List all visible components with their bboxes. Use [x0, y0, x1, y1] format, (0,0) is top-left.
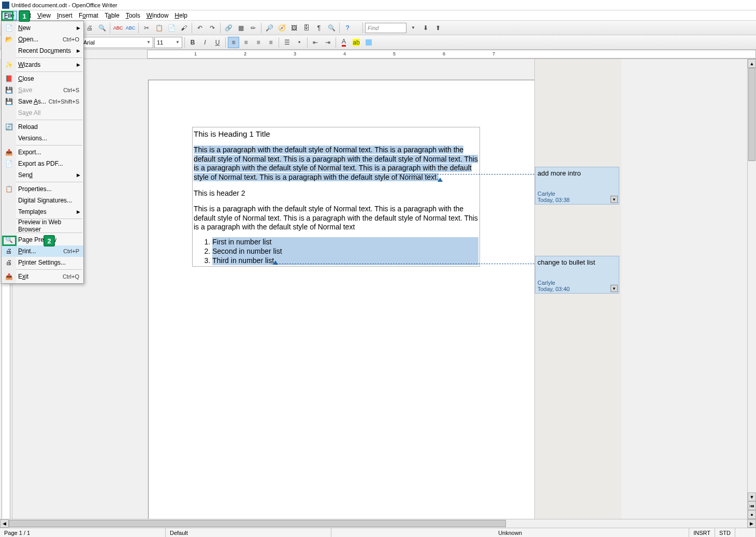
menu-item-printer-settings[interactable]: 🖨Printer Settings... [2, 257, 83, 268]
status-insert[interactable]: INSRT [689, 528, 715, 537]
align-center-button[interactable]: ≡ [240, 37, 252, 48]
comment-menu-button[interactable]: ▼ [610, 196, 618, 203]
bold-button[interactable]: B [187, 37, 198, 48]
format-paint-button[interactable]: 🖌 [178, 22, 190, 34]
status-selection[interactable]: STD [715, 528, 735, 537]
menu-insert[interactable]: Insert [54, 11, 76, 20]
menu-help[interactable]: Help [171, 11, 191, 20]
find-input[interactable]: Find [365, 23, 406, 33]
menu-item-print[interactable]: 🖨Print...Ctrl+P [2, 245, 83, 257]
menu-item-export-as-pdf[interactable]: 📄Export as PDF... [2, 158, 83, 169]
callout-1: 1 [19, 10, 30, 22]
menu-item-recent-documents[interactable]: Recent Documents▶ [2, 45, 83, 56]
table-button[interactable]: ▦ [235, 22, 246, 34]
copy-button[interactable]: 📋 [153, 22, 165, 34]
print-button[interactable]: 🖨 [84, 22, 95, 34]
heading-2[interactable]: This is header 2 [194, 189, 478, 197]
align-justify-button[interactable]: ≡ [265, 37, 277, 48]
italic-button[interactable]: I [199, 37, 211, 48]
comment-menu-button[interactable]: ▼ [610, 285, 618, 292]
navigator-button[interactable]: 🧭 [276, 22, 287, 34]
hyperlink-button[interactable]: 🔗 [223, 22, 234, 34]
paste-button[interactable]: 📄 [166, 22, 177, 34]
gallery-button[interactable]: 🖼 [288, 22, 300, 34]
scroll-up-button[interactable]: ▲ [748, 59, 756, 68]
preview-button[interactable]: 🔍 [96, 22, 108, 34]
menu-item-digital-signatures[interactable]: Digital Signatures... [2, 195, 83, 206]
zoom-button[interactable]: 🔍 [326, 22, 337, 34]
list-item[interactable]: First in number list [212, 237, 478, 246]
menu-item-preview-in-web-browser[interactable]: Preview in Web Browser [2, 220, 83, 231]
heading-1[interactable]: This is Heading 1 Title [194, 129, 478, 138]
menu-item-exit[interactable]: 📤ExitCtrl+Q [2, 271, 83, 282]
text-frame[interactable]: This is Heading 1 Title This is a paragr… [192, 127, 480, 267]
status-style[interactable]: Default [166, 528, 331, 537]
find-prev-button[interactable]: ⬆ [432, 22, 444, 34]
increase-indent-button[interactable]: ⇥ [322, 37, 333, 48]
background-color-button[interactable] [363, 37, 374, 48]
font-size-combo[interactable]: 11▼ [154, 37, 182, 48]
menu-item-send[interactable]: Send▶ [2, 169, 83, 181]
separator [307, 37, 308, 48]
paragraph[interactable]: This is a paragraph with the default sty… [194, 146, 478, 182]
status-misc[interactable] [735, 528, 756, 537]
redo-button[interactable]: ↷ [207, 22, 218, 34]
menu-item-versions[interactable]: Versions... [2, 133, 83, 144]
undo-button[interactable]: ↶ [194, 22, 206, 34]
prev-page-button[interactable]: ⏮ [748, 501, 756, 510]
menu-item-properties[interactable]: 📋Properties... [2, 183, 83, 195]
underline-button[interactable]: U [212, 37, 223, 48]
scrollbar-track[interactable] [748, 68, 756, 492]
find-dropdown[interactable]: ▼ [408, 22, 419, 34]
nav-button[interactable]: ● [748, 510, 756, 519]
font-name-combo[interactable]: Arial▼ [81, 37, 153, 48]
cut-button[interactable]: ✂ [141, 22, 152, 34]
list-item[interactable]: Second in number list [212, 246, 478, 256]
comment-box[interactable]: add more intro Carlyle Today, 03:38 ▼ [535, 167, 619, 205]
datasources-button[interactable]: 🗄 [301, 22, 312, 34]
show-draw-button[interactable]: ✏ [248, 22, 259, 34]
decrease-indent-button[interactable]: ⇤ [310, 37, 321, 48]
menu-item-export[interactable]: 📤Export... [2, 147, 83, 158]
numbered-list[interactable]: First in number list Second in number li… [212, 237, 478, 265]
scrollbar-thumb[interactable] [9, 520, 506, 527]
find-next-button[interactable]: ⬇ [420, 22, 431, 34]
comment-box[interactable]: change to bullet list Carlyle Today, 03:… [535, 256, 619, 294]
scroll-left-button[interactable]: ◀ [0, 519, 9, 528]
menu-format[interactable]: Format [76, 11, 101, 20]
menu-table[interactable]: Table [101, 11, 123, 20]
menu-item-wizards[interactable]: ✨Wizards▶ [2, 59, 83, 70]
scroll-down-button[interactable]: ▼ [748, 492, 756, 501]
align-left-button[interactable]: ≡ [228, 37, 239, 48]
nonprinting-button[interactable]: ¶ [313, 22, 325, 34]
scrollbar-track[interactable] [9, 519, 747, 528]
menu-tools[interactable]: Tools [123, 11, 143, 20]
menu-item-close[interactable]: 📕Close [2, 73, 83, 84]
scrollbar-thumb[interactable] [748, 68, 755, 161]
align-right-button[interactable]: ≡ [253, 37, 264, 48]
highlight-button[interactable]: ab [351, 37, 362, 48]
find-replace-button[interactable]: 🔎 [264, 22, 275, 34]
menu-window[interactable]: Window [143, 11, 172, 20]
menu-view[interactable]: View [34, 11, 54, 20]
menu-item-new[interactable]: 📄New▶ [2, 22, 83, 34]
document-canvas[interactable]: This is Heading 1 Title This is a paragr… [12, 59, 747, 528]
horizontal-ruler[interactable]: 1 2 3 4 5 6 7 [12, 50, 756, 59]
status-lang[interactable]: Unknown [331, 528, 689, 537]
bullets-button[interactable]: • [294, 37, 305, 48]
autospell-button[interactable]: ABC [125, 22, 136, 34]
menu-item-reload[interactable]: 🔄Reload [2, 121, 83, 133]
scroll-right-button[interactable]: ▶ [747, 519, 756, 528]
vertical-scrollbar[interactable]: ▲ ▼ ⏮ ● ⏭ [747, 59, 756, 528]
spellcheck-button[interactable]: ABC [112, 22, 124, 34]
horizontal-scrollbar[interactable]: ◀ ▶ [0, 519, 756, 528]
numbering-button[interactable]: ☰ [281, 37, 293, 48]
font-color-button[interactable]: A [338, 37, 350, 48]
status-page[interactable]: Page 1 / 1 [0, 528, 166, 537]
paragraph[interactable]: This is a paragraph with the default sty… [194, 205, 478, 232]
work-area: This is Heading 1 Title This is a paragr… [0, 59, 756, 528]
help-button[interactable]: ? [342, 22, 353, 34]
menu-item-save-as[interactable]: 💾Save As...Ctrl+Shift+S [2, 96, 83, 107]
menu-item-templates[interactable]: Templates▶ [2, 206, 83, 217]
menu-item-open[interactable]: 📂Open...Ctrl+O [2, 34, 83, 45]
